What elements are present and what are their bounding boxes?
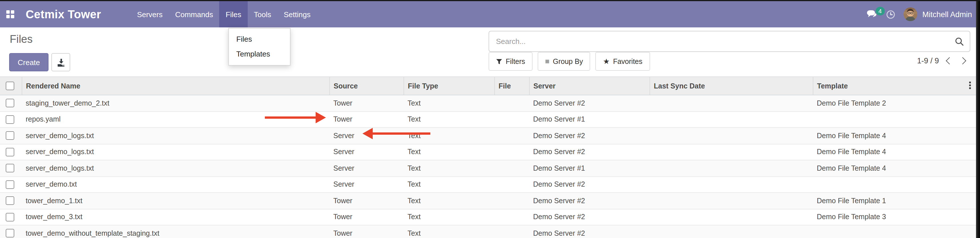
table-row[interactable]: server_demo.txt Server Text Demo Server … <box>0 176 976 193</box>
cell-template[interactable]: Demo File Template 4 <box>813 128 976 144</box>
cell-rendered-name[interactable]: server_demo_logs.txt <box>22 160 329 176</box>
cell-file-type[interactable]: Text <box>404 225 494 238</box>
cell-server[interactable]: Demo Server #2 <box>529 209 649 225</box>
cell-file-type[interactable]: Text <box>404 193 494 209</box>
cell-last-sync[interactable] <box>649 144 813 160</box>
table-row[interactable]: tower_demo_without_template_staging.txt … <box>0 225 976 238</box>
cell-rendered-name[interactable]: tower_demo_3.txt <box>22 209 329 225</box>
cell-template[interactable]: Demo File Template 1 <box>813 193 976 209</box>
menu-files[interactable]: Files <box>220 1 248 27</box>
cell-rendered-name[interactable]: staging_tower_demo_2.txt <box>22 95 329 111</box>
cell-file-type[interactable]: Text <box>404 176 494 193</box>
cell-rendered-name[interactable]: tower_demo_1.txt <box>22 193 329 209</box>
cell-last-sync[interactable] <box>649 176 813 193</box>
cell-last-sync[interactable] <box>649 111 813 128</box>
cell-file[interactable] <box>494 144 529 160</box>
cell-last-sync[interactable] <box>649 209 813 225</box>
cell-server[interactable]: Demo Server #2 <box>529 193 649 209</box>
cell-server[interactable]: Demo Server #2 <box>529 176 649 193</box>
col-source[interactable]: Source <box>329 77 404 95</box>
cell-file[interactable] <box>494 193 529 209</box>
row-checkbox[interactable] <box>6 132 14 140</box>
cell-source[interactable]: Tower <box>329 111 404 128</box>
dropdown-item-files[interactable]: Files <box>229 32 290 47</box>
cell-file-type[interactable]: Text <box>404 160 494 176</box>
cell-rendered-name[interactable]: tower_demo_without_template_staging.txt <box>22 225 329 238</box>
cell-file-type[interactable]: Text <box>404 128 494 144</box>
col-last-sync-date[interactable]: Last Sync Date <box>649 77 813 95</box>
apps-menu-icon[interactable] <box>6 10 15 19</box>
cell-file-type[interactable]: Text <box>404 95 494 111</box>
col-server[interactable]: Server <box>529 77 649 95</box>
cell-server[interactable]: Demo Server #2 <box>529 95 649 111</box>
cell-source[interactable]: Server <box>329 128 404 144</box>
cell-file[interactable] <box>494 225 529 238</box>
cell-rendered-name[interactable]: server_demo_logs.txt <box>22 128 329 144</box>
cell-rendered-name[interactable]: repos.yaml <box>22 111 329 128</box>
cell-server[interactable]: Demo Server #2 <box>529 128 649 144</box>
create-button[interactable]: Create <box>9 53 49 71</box>
cell-server[interactable]: Demo Server #2 <box>529 144 649 160</box>
row-checkbox[interactable] <box>6 99 14 108</box>
cell-template[interactable] <box>813 111 976 128</box>
user-avatar[interactable] <box>904 8 917 21</box>
menu-commands[interactable]: Commands <box>169 1 220 27</box>
table-row[interactable]: server_demo_logs.txt Server Text Demo Se… <box>0 144 976 160</box>
menu-settings[interactable]: Settings <box>277 1 317 27</box>
row-checkbox[interactable] <box>6 197 14 205</box>
col-file[interactable]: File <box>494 77 529 95</box>
cell-file[interactable] <box>494 160 529 176</box>
search-icon[interactable] <box>955 37 964 46</box>
cell-template[interactable]: Demo File Template 4 <box>813 160 976 176</box>
cell-file-type[interactable]: Text <box>404 209 494 225</box>
cell-source[interactable]: Server <box>329 176 404 193</box>
cell-source[interactable]: Tower <box>329 225 404 238</box>
cell-file[interactable] <box>494 176 529 193</box>
table-row[interactable]: tower_demo_3.txt Tower Text Demo Server … <box>0 209 976 225</box>
cell-server[interactable]: Demo Server #2 <box>529 225 649 238</box>
menu-servers[interactable]: Servers <box>131 1 169 27</box>
cell-template[interactable] <box>813 176 976 193</box>
select-all-checkbox[interactable] <box>6 82 14 90</box>
cell-last-sync[interactable] <box>649 193 813 209</box>
cell-source[interactable]: Tower <box>329 209 404 225</box>
cell-rendered-name[interactable]: server_demo_logs.txt <box>22 144 329 160</box>
cell-template[interactable]: Demo File Template 3 <box>813 209 976 225</box>
group-by-button[interactable]: ≡ Group By <box>538 52 590 71</box>
row-checkbox[interactable] <box>6 164 14 173</box>
filters-button[interactable]: Filters <box>488 52 533 71</box>
table-row[interactable]: server_demo_logs.txt Server Text Demo Se… <box>0 128 976 144</box>
col-rendered-name[interactable]: Rendered Name <box>22 77 329 95</box>
row-checkbox[interactable] <box>6 213 14 221</box>
row-checkbox[interactable] <box>6 115 14 124</box>
pager-previous-button[interactable] <box>946 57 953 64</box>
activity-clock-icon[interactable] <box>886 10 895 19</box>
cell-last-sync[interactable] <box>649 160 813 176</box>
cell-template[interactable]: Demo File Template 4 <box>813 144 976 160</box>
messages-icon[interactable]: 4 <box>866 10 878 19</box>
cell-server[interactable]: Demo Server #1 <box>529 160 649 176</box>
pager-next-button[interactable] <box>959 57 966 64</box>
row-checkbox[interactable] <box>6 229 14 238</box>
table-row[interactable]: server_demo_logs.txt Server Text Demo Se… <box>0 160 976 176</box>
cell-last-sync[interactable] <box>649 95 813 111</box>
row-checkbox[interactable] <box>6 148 14 156</box>
cell-last-sync[interactable] <box>649 225 813 238</box>
table-row[interactable]: tower_demo_1.txt Tower Text Demo Server … <box>0 193 976 209</box>
cell-server[interactable]: Demo Server #1 <box>529 111 649 128</box>
import-button[interactable] <box>51 53 70 71</box>
cell-file-type[interactable]: Text <box>404 111 494 128</box>
cell-source[interactable]: Server <box>329 160 404 176</box>
col-template[interactable]: Template <box>813 77 976 95</box>
cell-file[interactable] <box>494 128 529 144</box>
optional-columns-toggle-icon[interactable] <box>969 82 971 89</box>
col-file-type[interactable]: File Type <box>404 77 494 95</box>
cell-file[interactable] <box>494 95 529 111</box>
favorites-button[interactable]: ★ Favorites <box>596 52 650 71</box>
cell-file-type[interactable]: Text <box>404 144 494 160</box>
cell-last-sync[interactable] <box>649 128 813 144</box>
table-row[interactable]: repos.yaml Tower Text Demo Server #1 <box>0 111 976 128</box>
cell-file[interactable] <box>494 209 529 225</box>
table-row[interactable]: staging_tower_demo_2.txt Tower Text Demo… <box>0 95 976 111</box>
cell-source[interactable]: Tower <box>329 95 404 111</box>
